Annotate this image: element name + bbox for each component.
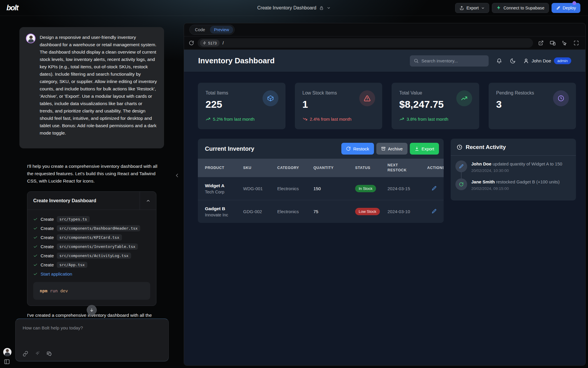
file-row: Create src/components/DashboardHeader.ts…	[33, 224, 150, 233]
terminal-command: npm run dev	[33, 282, 150, 300]
assistant-outro-text: I've created a comprehensive inventory d…	[27, 313, 165, 318]
file-chip[interactable]: src/types.ts	[57, 216, 90, 222]
discuss-mode-icon[interactable]	[46, 351, 52, 357]
sidebar-toggle-icon[interactable]	[4, 359, 10, 365]
user-menu[interactable]: John Doe admin	[523, 57, 571, 64]
refresh-icon	[455, 178, 467, 190]
open-external-icon[interactable]	[538, 40, 544, 46]
chevron-down-icon	[481, 6, 485, 10]
file-row: Create src/components/ActivityLog.tsx	[33, 251, 150, 260]
recent-activity-card: Recent Activity John Doe updated quantit…	[451, 139, 576, 200]
kpi-low-stock: Low Stock Items 1 2.4% from last month	[295, 83, 382, 129]
user-avatar	[26, 34, 36, 43]
port-pill[interactable]: 5173	[200, 39, 220, 47]
check-icon	[33, 235, 38, 240]
edit-pencil-icon[interactable]	[432, 209, 437, 214]
table-row: Gadget B Innovate Inc GDG-002 Electronic…	[198, 200, 444, 223]
download-icon	[415, 146, 419, 151]
user-message: Design a responsive and user-friendly in…	[19, 27, 164, 148]
status-badge: Low Stock	[355, 208, 380, 215]
activity-title: Recent Activity	[466, 144, 506, 150]
kpi-cards: Total Items 225 5.2% from last month Low…	[198, 83, 576, 129]
fullscreen-icon[interactable]	[574, 40, 579, 46]
export-csv-button[interactable]: Export	[410, 143, 439, 155]
table-row: Widget A Tech Corp WDG-001 Electronics 1…	[198, 177, 444, 200]
dark-mode-toggle-moon-icon[interactable]	[510, 58, 516, 64]
file-row: Create src/components/InventoryTable.tsx	[33, 242, 150, 251]
notification-dot	[572, 1, 576, 5]
chat-input-box	[15, 319, 169, 362]
work-card: Create Inventory Dashboard Create src/ty…	[27, 191, 156, 306]
tab-code[interactable]: Code	[191, 26, 209, 34]
trending-up-icon	[399, 117, 404, 122]
check-icon	[33, 244, 38, 249]
collapse-chat-handle[interactable]	[174, 173, 180, 178]
search-icon	[414, 58, 419, 63]
kpi-pending-restocks: Pending Restocks 3	[489, 83, 576, 129]
bell-icon[interactable]	[496, 58, 502, 64]
assistant-intro-text: I'll help you create a comprehensive inv…	[27, 163, 164, 185]
enhance-prompt-sparkles-icon[interactable]	[35, 351, 40, 357]
table-header-row: Product SKU Category Quantity Status Nex…	[198, 159, 444, 177]
archive-icon	[381, 146, 386, 151]
rocket-icon	[556, 6, 560, 10]
scroll-to-bottom-button[interactable]	[87, 305, 97, 315]
clock-icon	[457, 144, 462, 150]
start-application-link[interactable]: Start application	[41, 271, 72, 276]
inspect-cursor-icon[interactable]	[562, 40, 567, 46]
connect-supabase-button[interactable]: Connect to Supabase	[492, 3, 549, 13]
tab-preview[interactable]: Preview	[210, 26, 233, 34]
lock-icon[interactable]	[319, 6, 324, 10]
file-chip[interactable]: src/components/InventoryTable.tsx	[57, 243, 138, 250]
restock-button[interactable]: Restock	[341, 143, 374, 155]
start-application-row: Start application	[33, 269, 150, 279]
edit-pencil-icon	[455, 160, 467, 172]
inventory-title: Current Inventory	[205, 145, 254, 152]
bolt-logo: bolt	[6, 4, 18, 12]
user-prompt-text: Design a responsive and user-friendly in…	[40, 34, 157, 142]
collapse-work-card-button[interactable]	[140, 192, 156, 210]
attach-link-icon[interactable]	[23, 351, 28, 357]
reload-icon[interactable]	[189, 40, 194, 46]
chat-panel: Design a responsive and user-friendly in…	[0, 16, 179, 368]
responsive-devices-icon[interactable]	[550, 40, 556, 46]
check-icon	[33, 272, 38, 276]
check-icon	[33, 253, 38, 258]
trending-up-icon	[456, 90, 472, 106]
file-chip[interactable]: src/components/KPICard.tsx	[57, 234, 122, 241]
url-field[interactable]: 5173 /	[198, 38, 533, 48]
archive-button[interactable]: Archive	[376, 143, 407, 155]
port-zap-icon	[203, 41, 206, 45]
chat-input[interactable]	[23, 325, 161, 343]
activity-timestamp: 20/02/2024, 09:15:00	[471, 186, 560, 191]
export-button[interactable]: Export	[455, 3, 489, 13]
supabase-icon	[496, 5, 501, 11]
deploy-button[interactable]: Deploy	[552, 3, 580, 13]
role-badge: admin	[554, 57, 571, 64]
package-icon	[263, 90, 278, 106]
file-row: Create src/components/KPICard.tsx	[33, 233, 150, 242]
account-avatar[interactable]	[3, 348, 11, 356]
file-chip[interactable]: src/App.tsx	[57, 262, 87, 268]
file-chip[interactable]: src/components/DashboardHeader.tsx	[57, 225, 140, 231]
user-name: John Doe	[532, 58, 551, 64]
check-icon	[33, 217, 38, 221]
kpi-total-items: Total Items 225 5.2% from last month	[198, 83, 285, 129]
project-title: Create Inventory Dashboard	[257, 5, 316, 11]
check-icon	[33, 226, 38, 231]
file-row: Create src/App.tsx	[33, 260, 150, 269]
inventory-search[interactable]	[410, 55, 489, 67]
activity-item: John Doe updated quantity of Widget A to…	[455, 160, 570, 173]
file-chip[interactable]: src/components/ActivityLog.tsx	[57, 253, 131, 259]
app-preview: Inventory Dashboard John Doe admin Total…	[184, 50, 585, 365]
view-tabs-row: Code Preview	[184, 23, 585, 36]
check-icon	[33, 263, 38, 267]
app-title: Inventory Dashboard	[198, 56, 275, 65]
project-title-group: Create Inventory Dashboard	[257, 0, 331, 16]
search-input[interactable]	[421, 58, 485, 63]
work-card-title: Create Inventory Dashboard	[27, 192, 140, 210]
clock-icon	[553, 90, 569, 106]
trending-down-icon	[303, 117, 308, 122]
project-menu-chevron-icon[interactable]	[327, 6, 331, 10]
edit-pencil-icon[interactable]	[432, 186, 437, 191]
